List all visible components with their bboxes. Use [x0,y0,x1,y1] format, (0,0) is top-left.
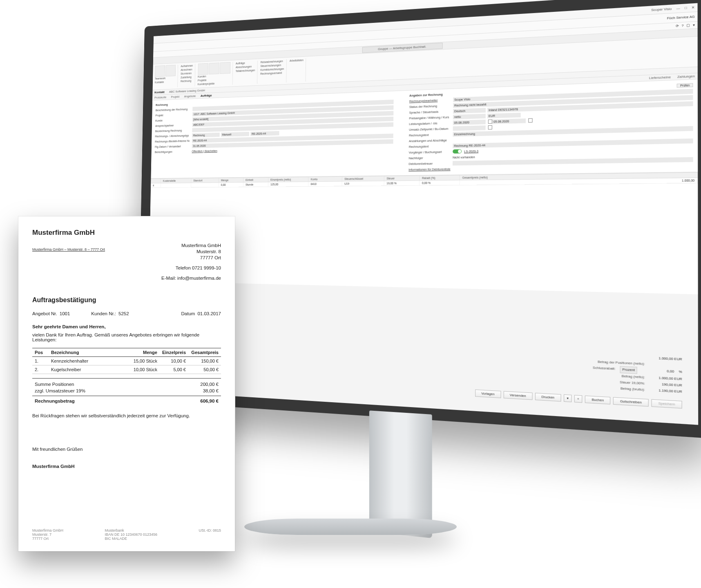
window-minimize-icon[interactable]: — [676,7,680,11]
meta-datum-l: Datum [181,311,195,316]
customer-name: ABC Software Leasing GmbH [169,89,205,94]
col-einheit[interactable]: Einheit [243,178,268,182]
label-bestellnr: Rechnungs-/Bestell-/Interne Nr. [155,139,192,143]
sum-total-v: 606,90 € [200,399,219,403]
col-kostenstelle[interactable]: Kostenstelle [161,178,192,183]
tab-lieferscheine[interactable]: Lieferscheine [649,75,671,80]
buchen-button[interactable]: Buchen [585,396,611,405]
col-blank[interactable] [151,179,161,183]
col-einzelpreis[interactable]: Einzelpreis (netto) [268,177,308,182]
contacts-icon[interactable] [165,65,176,77]
toolbar-arbeitslisten[interactable]: Arbeitslisten [290,58,304,63]
doc-title: Auftragsbestätigung [32,296,221,304]
window-close-icon[interactable]: ✕ [692,5,695,9]
cell-standort[interactable] [191,183,219,187]
input-typ-rechnung[interactable]: Rechnung [192,132,220,137]
input-re-number[interactable]: RE-2020-44 [250,131,279,136]
kunden-icon[interactable] [198,63,208,75]
calendar-icon[interactable] [488,119,492,123]
refresh-icon[interactable]: ⟳ [676,24,679,28]
th-gp: Gesamtpreis [188,348,221,357]
versenden-button[interactable]: Versenden [503,391,532,400]
doc-tel: Telefon 0721 9999-10 [161,265,221,271]
dropdown-button[interactable]: ▾ [564,394,572,402]
plus-button[interactable]: + [574,395,582,403]
meta-angebot-l: Angebot Nr. [32,311,57,316]
chevron-down-icon[interactable]: ▾ [693,23,695,27]
input-sprache[interactable]: Deutsch [453,108,486,114]
foot-c3: USt.-ID: 0815 [199,528,221,541]
tab-protokolle[interactable]: Protokolle [154,96,166,99]
help-icon[interactable]: ? [681,24,683,28]
th-menge: Menge [127,348,160,357]
calendar-icon[interactable] [528,118,532,123]
cell-menge[interactable]: 0,00 [219,183,243,187]
window-maximize-icon[interactable]: □ [685,6,687,10]
cell-ss[interactable]: U19 [342,181,384,186]
col-standort[interactable]: Standort [191,178,219,183]
sum-pos-v: 200,00 € [200,382,219,387]
input-umsatz[interactable] [453,125,486,131]
total-v2[interactable]: 0,00 [642,367,674,376]
drucken-button[interactable]: Drucken [535,393,561,402]
input-ldatum-bis[interactable]: 05.08.2020 [492,118,526,124]
cell-konto[interactable]: 8410 [308,182,342,186]
gutschreiben-button[interactable]: Gutschreiben [613,397,649,406]
total-v5: 1.190,00 EUR [650,387,682,395]
toolbar-teilabrechnungen[interactable]: Teilabrechnungen [236,69,255,74]
tab-angebote[interactable]: Angebote [184,94,196,98]
input-ldatum-von[interactable]: 05.08.2020 [453,119,486,125]
cell-einheit[interactable]: Stunde [243,182,268,187]
foot-c1b: Musterstr. 7 [32,532,63,537]
label-bezeichnung: Bezeichnung Rechnung [155,128,192,133]
label-beschreibung: Beschreibung der Rechnung [156,107,193,111]
cell-ep[interactable]: 125,00 [268,182,308,186]
input-netto[interactable]: netto [453,114,486,119]
toolbar-rechnung[interactable]: Rechnung [181,79,193,83]
col-steuerschluessel[interactable]: Steuerschlüssel [342,176,384,181]
tab-auftraege[interactable]: Aufträge [201,94,212,97]
input-typ-manuell[interactable]: Manuell [221,131,249,136]
doc-sign: Musterfirma GmbH [32,464,221,469]
tab-kontakt[interactable]: Kontakt [154,90,164,94]
discount-type[interactable]: Prozent [620,366,637,374]
monitor-base [244,519,457,535]
doc-addr3: 77777 Ort [161,255,221,261]
teamwork-icon[interactable] [155,65,165,77]
cell-steuer[interactable]: 19,00 % [384,181,420,186]
toolbar-rechnungsversand[interactable]: Rechnungsversand [260,71,284,76]
link-ls[interactable]: LS-2020-3 [464,149,478,153]
doc-email: E-Mail: info@musterfirma.de [161,275,221,281]
cell-rabatt[interactable]: 0,00 % [420,180,460,185]
label-vorgaenger: Vorgänger / Buchungsart [409,149,453,154]
vorlagen-button[interactable]: Vorlagen [475,390,501,398]
doc-addr2: Musterstr. 8 [161,249,221,255]
col-steuer[interactable]: Steuer [384,176,420,181]
toggle-vorgaenger[interactable] [453,149,462,154]
pruefen-button[interactable]: Prüfen [677,83,693,87]
label-rtext2: Rechnungstext [409,144,453,148]
input-waehrung[interactable]: EUR [487,113,521,118]
cell-kst[interactable] [161,183,192,187]
kundenprojekte-icon[interactable] [220,62,230,74]
company-label: Füch Service AG [667,15,695,20]
meta-kunden-l: Kunden Nr.: [91,311,116,316]
tab-projekt[interactable]: Projekt [171,95,179,99]
label-debitorinfo: Informationen für Debitorenliste [409,167,453,172]
pct-label: % [679,369,682,376]
label-status: Status der Rechnung [409,103,453,109]
sum-pos-l: Summe Positionen [35,382,74,387]
calendar-icon[interactable] [488,125,492,129]
col-menge[interactable]: Menge [219,178,243,183]
speichern-button[interactable]: Speichern [652,399,682,409]
tab-zahlungen[interactable]: Zahlungen [677,74,695,79]
doc-footer: Musterfirma GmbH Musterstr. 7 77777 Ort … [32,528,221,541]
link-berechtigung[interactable]: Öffentlich | Bearbeiten [192,149,217,153]
toolbar-contacts[interactable]: Kontakte [155,80,176,84]
label-umsatz: Umsatz-Zeitpunkt / Bu-Datum [409,127,453,131]
projekte-icon[interactable] [209,62,219,74]
label-anzahlungen: Anzahlungen und Abschläge [409,138,453,143]
square-icon[interactable]: ▢ [686,23,690,27]
col-rabatt[interactable]: Rabatt (%) [420,175,460,180]
col-konto[interactable]: Konto [308,177,342,182]
